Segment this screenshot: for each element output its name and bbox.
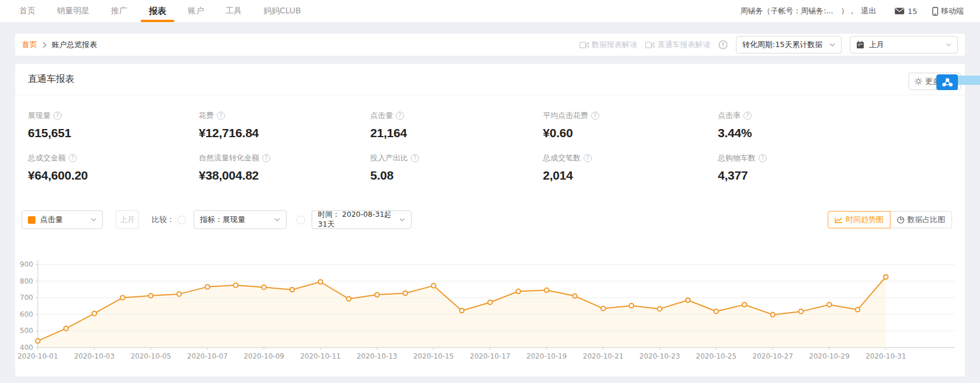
- metric-value: ¥38,004.82: [199, 169, 370, 182]
- user-account-text: 周锡务（子帐号：周锡务:... ），: [741, 6, 856, 16]
- help-icon[interactable]: ?: [396, 112, 404, 120]
- metric-value: 21,164: [370, 126, 543, 140]
- metrics-grid: 展现量? 615,651 花费? ¥12,716.84 点击量? 21,164 …: [28, 110, 952, 182]
- metric-total-carts: 总购物车数? 4,377: [718, 153, 952, 182]
- ztc-report-panel: 直通车报表 更多数据 展现量? 615,651 花费? ¥12,716.84: [15, 64, 965, 377]
- breadcrumb-current: 账户总览报表: [52, 40, 97, 50]
- svg-text:2020-10-03: 2020-10-03: [74, 352, 115, 360]
- data-report-guide-label: 数据报表解读: [592, 40, 637, 50]
- metric-value: ¥12,716.84: [199, 126, 370, 140]
- svg-text:800: 800: [20, 277, 33, 285]
- help-icon[interactable]: ?: [584, 154, 592, 162]
- metric-label: 自然流量转化金额: [199, 153, 259, 163]
- svg-text:2020-10-13: 2020-10-13: [357, 352, 398, 360]
- trend-chart-tab-label: 时间趋势图: [846, 214, 884, 225]
- line-chart-icon: [835, 217, 843, 223]
- svg-text:2020-10-01: 2020-10-01: [17, 352, 58, 360]
- metric-impressions: 展现量? 615,651: [28, 110, 199, 140]
- pie-chart-tab[interactable]: 数据占比图: [890, 211, 952, 228]
- nav-item-tools[interactable]: 工具: [226, 6, 242, 16]
- message-count: 15: [907, 7, 917, 16]
- metric-label: 总成交笔数: [543, 153, 581, 163]
- svg-text:2020-10-21: 2020-10-21: [583, 352, 624, 360]
- logout-link[interactable]: 退出: [861, 6, 876, 16]
- metric-label: 花费: [199, 110, 214, 121]
- chevron-down-icon: [829, 43, 835, 46]
- mobile-label: 移动端: [941, 6, 964, 16]
- chart-controls: 点击量 上月 比较： 指标：展现量 时间： 2020-08-31起31天 时间趋…: [22, 210, 958, 229]
- help-icon[interactable]: ?: [217, 112, 225, 120]
- trend-chart-tab[interactable]: 时间趋势图: [828, 211, 890, 228]
- last-month-button[interactable]: 上月: [116, 210, 139, 229]
- conversion-period-select[interactable]: 转化周期:15天累计数据: [736, 36, 842, 53]
- nav-item-home[interactable]: 首页: [19, 6, 35, 16]
- breadcrumb-home-link[interactable]: 首页: [22, 40, 37, 50]
- help-icon[interactable]: ?: [69, 154, 77, 162]
- time-compare-radio[interactable]: [296, 216, 305, 224]
- metric-label: 点击量: [370, 110, 393, 121]
- svg-text:2020-10-27: 2020-10-27: [753, 352, 793, 360]
- trend-chart-area[interactable]: 4005006007008009002020-10-012020-10-0320…: [15, 252, 965, 368]
- help-icon[interactable]: ?: [591, 112, 599, 120]
- main-nav: 首页 销量明星 推广 报表 账户 工具 妈妈CLUB: [19, 6, 301, 17]
- metric-value: 5.08: [370, 169, 543, 182]
- indicator-select-value: 指标：展现量: [200, 214, 270, 225]
- help-icon[interactable]: ?: [759, 154, 767, 162]
- nav-item-account[interactable]: 账户: [188, 6, 204, 16]
- chevron-down-icon: [399, 218, 405, 221]
- chevron-down-icon: [274, 218, 280, 221]
- svg-text:2020-10-15: 2020-10-15: [413, 352, 454, 360]
- messages-link[interactable]: 15: [895, 7, 917, 16]
- metric-label: 投入产出比: [370, 153, 408, 163]
- svg-text:2020-10-17: 2020-10-17: [470, 352, 510, 360]
- svg-text:2020-10-23: 2020-10-23: [639, 352, 680, 360]
- help-icon[interactable]: ?: [262, 154, 270, 162]
- svg-text:2020-10-09: 2020-10-09: [244, 352, 284, 360]
- trend-line-chart[interactable]: 4005006007008009002020-10-012020-10-0320…: [15, 252, 965, 368]
- time-range-select[interactable]: 时间： 2020-08-31起31天: [312, 210, 412, 229]
- metric-value: 2,014: [543, 169, 718, 182]
- help-icon[interactable]: ?: [743, 112, 752, 120]
- nav-item-promotion[interactable]: 推广: [111, 6, 127, 16]
- svg-text:2020-10-31: 2020-10-31: [865, 352, 906, 360]
- series-color-swatch: [28, 216, 35, 224]
- ztc-report-guide-link[interactable]: 直通车报表解读: [645, 40, 710, 50]
- pie-chart-icon: [897, 216, 904, 224]
- data-report-guide-link[interactable]: 数据报表解读: [580, 40, 637, 50]
- svg-text:700: 700: [20, 293, 33, 302]
- nav-item-reports[interactable]: 报表: [149, 6, 166, 17]
- metric-label: 平均点击花费: [543, 110, 588, 121]
- svg-text:2020-10-05: 2020-10-05: [131, 352, 171, 360]
- metric-value: 615,651: [28, 126, 199, 140]
- help-icon[interactable]: ?: [411, 154, 419, 162]
- mobile-link[interactable]: 移动端: [932, 6, 964, 16]
- metric-label: 点击率: [718, 110, 741, 121]
- compare-radio[interactable]: [177, 216, 186, 224]
- metric-total-gmv: 总成交金额? ¥64,600.20: [28, 153, 199, 182]
- date-range-select[interactable]: 上月: [850, 36, 958, 53]
- top-navbar: 首页 销量明星 推广 报表 账户 工具 妈妈CLUB 周锡务（子帐号：周锡务:.…: [0, 0, 980, 22]
- network-nodes-icon: [940, 77, 955, 88]
- metric-label: 展现量: [28, 110, 51, 121]
- svg-text:2020-10-19: 2020-10-19: [527, 352, 567, 360]
- info-icon[interactable]: [718, 40, 728, 49]
- svg-text:2020-10-07: 2020-10-07: [187, 352, 228, 360]
- pie-chart-tab-label: 数据占比图: [907, 214, 945, 225]
- svg-text:2020-10-29: 2020-10-29: [809, 352, 850, 360]
- nav-user-area: 周锡务（子帐号：周锡务:... ）， 退出 15 移动端: [741, 6, 964, 16]
- svg-text:2020-10-25: 2020-10-25: [696, 352, 736, 360]
- video-icon: [645, 42, 654, 48]
- svg-text:600: 600: [20, 310, 33, 318]
- svg-text:900: 900: [20, 260, 33, 269]
- metric-label: 总成交金额: [28, 153, 66, 163]
- nav-item-mama-club[interactable]: 妈妈CLUB: [263, 6, 301, 16]
- metric-value: 3.44%: [718, 126, 952, 140]
- metric-organic-conversion: 自然流量转化金额? ¥38,004.82: [199, 153, 370, 182]
- nav-item-sales-star[interactable]: 销量明星: [57, 6, 90, 16]
- extension-overlay-icon[interactable]: [936, 74, 958, 90]
- indicator-select[interactable]: 指标：展现量: [194, 210, 287, 229]
- help-icon[interactable]: ?: [53, 112, 62, 120]
- series-select[interactable]: 点击量: [22, 210, 103, 229]
- video-icon: [580, 42, 589, 48]
- panel-title: 直通车报表: [28, 73, 74, 85]
